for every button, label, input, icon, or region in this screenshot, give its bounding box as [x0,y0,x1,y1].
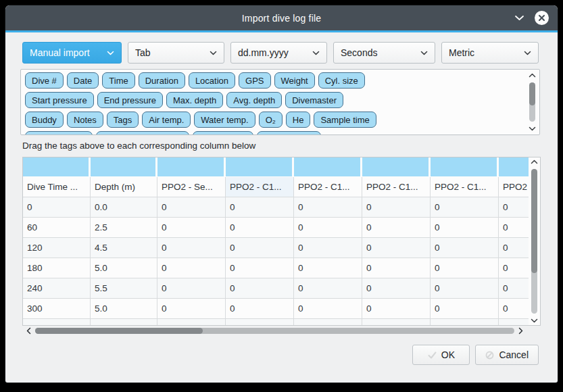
tag-duration[interactable]: Duration [139,72,185,89]
column-header[interactable]: PPO2 - Se... [157,177,226,197]
column-header[interactable]: Dive Time ... [23,177,91,197]
scroll-thumb[interactable] [529,82,535,105]
tag-cyl-size[interactable]: Cyl. size [318,72,365,89]
drop-target-cell[interactable] [91,157,157,177]
duration-format-select[interactable]: Seconds [333,42,435,64]
units-value: Metric [449,47,474,58]
scroll-up-button[interactable] [527,73,538,78]
tag-time[interactable]: Time [102,72,134,89]
tag-date[interactable]: Date [67,72,99,89]
close-button[interactable] [535,11,549,25]
tag-tags[interactable]: Tags [107,112,139,128]
column-header[interactable]: PPO2 [499,177,529,197]
table-cell: 0 [157,258,226,278]
table-cell: 0 [362,238,431,258]
titlebar[interactable]: Import dive log file [5,5,558,30]
tag-buddy[interactable]: Buddy [25,112,64,128]
scroll-down-button[interactable] [527,126,538,131]
tag-gps[interactable]: GPS [239,72,270,89]
scroll-track[interactable] [529,82,535,122]
import-dialog-window: Import dive log file Manual import Tab [5,5,558,383]
table-cell: 0 [23,197,91,218]
column-header[interactable]: PPO2 - C1... [226,177,294,197]
tag-he[interactable]: He [286,112,311,128]
column-header[interactable]: PPO2 - C1... [362,177,431,197]
table-cell: 0 [157,278,226,299]
field-separator-select[interactable]: Tab [128,42,224,64]
tag-dive-[interactable]: Dive # [25,72,64,89]
tag-max-depth[interactable]: Max. depth [166,92,223,108]
table-cell: 180 [23,258,91,278]
tag-start-pressure[interactable]: Start pressure [25,92,94,108]
import-source-select[interactable]: Manual import [22,42,122,64]
table-cell: 0 [431,299,499,319]
titlebar-controls [514,5,549,30]
tag-rows: Dive #DateTimeDurationLocationGPSWeightC… [21,70,539,135]
table-row: 1805.0000000 [23,258,529,278]
checkmark-icon [428,351,437,359]
table-vertical-scrollbar[interactable] [529,157,540,325]
drop-target-cell[interactable] [226,157,294,177]
table-cell: 4.5 [91,238,157,258]
drop-target-cell[interactable] [23,157,91,177]
tag-pool: Dive #DateTimeDurationLocationGPSWeightC… [20,69,540,135]
table-cell [362,319,431,325]
drop-target-cell[interactable] [294,157,362,177]
tag-location[interactable]: Location [189,72,235,89]
chevron-right-icon[interactable] [518,327,523,335]
chevron-down-icon [107,51,114,55]
active-window-accent-line [5,30,558,32]
ok-button[interactable]: OK [412,345,470,365]
shade-button[interactable] [514,15,524,21]
tag-weight[interactable]: Weight [274,72,315,89]
tag-sample-po-[interactable]: Sample pO₂ [193,131,253,135]
preview-table: Dive Time ...Depth (m)PPO2 - Se...PPO2 -… [22,157,541,326]
table-cell: 0 [157,238,226,258]
tag-pool-scrollbar[interactable] [527,71,538,133]
tag-avg-depth[interactable]: Avg. depth [226,92,282,108]
scroll-thumb[interactable] [35,328,203,334]
scroll-track[interactable] [531,169,537,314]
column-header[interactable]: PPO2 - C1... [431,177,499,197]
table-row: 602.5000000 [23,218,529,238]
table-cell: 60 [23,218,91,238]
table-cell: 0 [226,197,294,218]
scroll-track[interactable] [35,328,514,334]
tag-notes[interactable]: Notes [67,112,103,128]
table-cell: 0 [226,238,294,258]
drop-target-cell[interactable] [362,157,431,177]
table-horizontal-scrollbar[interactable] [26,326,523,335]
tag-sample-temperature[interactable]: Sample temperature [96,131,189,135]
tag-air-temp-[interactable]: Air temp. [142,112,191,128]
date-format-select[interactable]: dd.mm.yyyy [230,42,327,64]
table-cell [157,319,226,325]
scroll-down-button[interactable] [529,318,540,323]
column-header[interactable]: PPO2 - C1... [294,177,362,197]
chevron-left-icon[interactable] [26,327,31,335]
drop-target-cell[interactable] [499,157,529,177]
cancel-button-label: Cancel [499,349,529,360]
tag-o-[interactable]: O₂ [259,112,283,128]
drop-target-cell[interactable] [431,157,499,177]
column-header[interactable]: Depth (m) [91,177,157,197]
table-cell: 0 [294,238,362,258]
import-source-value: Manual import [30,47,90,58]
chevron-down-icon [531,318,538,323]
tag-end-pressure[interactable]: End pressure [97,92,163,108]
table-cell: 5.0 [91,299,157,319]
table-cell: 0 [499,258,529,278]
units-select[interactable]: Metric [441,42,539,64]
scroll-up-button[interactable] [529,160,540,164]
tag-divemaster[interactable]: Divemaster [285,92,343,108]
tag-sample-cns[interactable]: Sample CNS [257,131,321,135]
close-icon [538,14,545,22]
ok-button-label: OK [441,349,455,360]
dialog-buttons: OK Cancel [412,345,539,365]
drop-target-cell[interactable] [157,157,226,177]
tag-sample-depth[interactable]: Sample depth [25,131,93,135]
tag-sample-time[interactable]: Sample time [314,112,376,128]
preview-table-inner: Dive Time ...Depth (m)PPO2 - Se...PPO2 -… [23,157,529,325]
cancel-button[interactable]: Cancel [475,345,539,365]
tag-water-temp-[interactable]: Water temp. [194,112,255,128]
scroll-thumb[interactable] [531,169,537,273]
